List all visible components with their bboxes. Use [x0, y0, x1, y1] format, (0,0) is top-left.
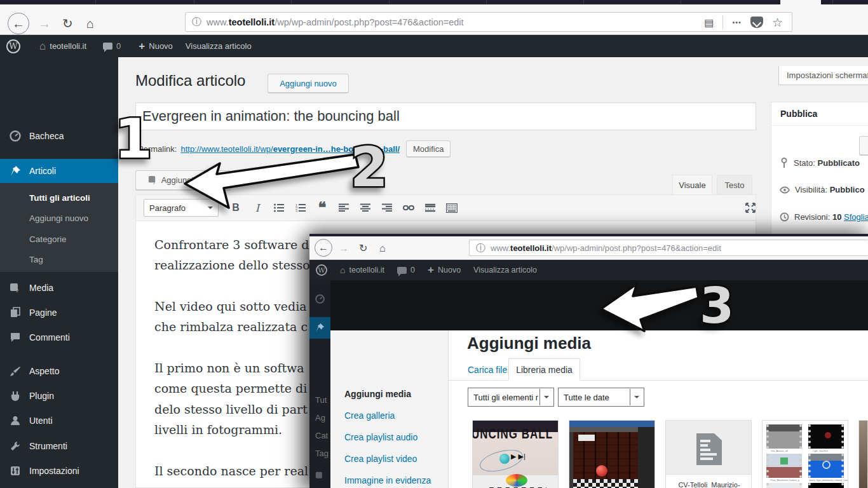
editor-text-line[interactable]: Il secondo nasce per real — [154, 464, 308, 478]
bullet-list-button[interactable] — [268, 199, 290, 217]
site-menu[interactable]: ⌂ teotelloli.it — [33, 35, 93, 57]
new-label: Nuovo — [149, 41, 173, 51]
menu-item-crea-galleria[interactable]: Crea galleria — [344, 410, 395, 421]
editor-text-line[interactable]: Confrontare 3 software di — [154, 238, 313, 252]
edit-permalink-button[interactable]: Modifica — [406, 140, 451, 157]
permalink-label: Permalink: — [138, 144, 177, 154]
url-text[interactable]: www.teotelloli.it/wp/wp-admin/post.php?p… — [207, 17, 464, 27]
visibility-label: Visibilità: — [795, 185, 827, 194]
forward-button[interactable]: → — [38, 17, 51, 30]
home-button[interactable]: ⌂ — [86, 17, 94, 30]
url-path: /wp/wp-admin/post.php?post=476&action=ed… — [552, 243, 721, 253]
align-center-button[interactable] — [355, 199, 376, 217]
pocket-icon[interactable] — [750, 17, 763, 28]
view-post-link[interactable]: Visualizza articolo — [467, 260, 543, 280]
menu-item-immagine-in-evidenza[interactable]: Immagine in evidenza — [344, 475, 431, 485]
media-item-3d-software-screenshot[interactable] — [569, 420, 655, 488]
overlay-reload-button[interactable]: ↻ — [359, 242, 367, 255]
film-caption: Pivot_Movimento Camera_p — [771, 478, 799, 482]
sidebar-item-plugin[interactable]: Plugin — [0, 384, 118, 408]
editor-text-line[interactable]: come questa permette di — [154, 381, 307, 395]
status-value: Pubblicato — [818, 158, 860, 168]
add-new-post-button[interactable]: Aggiungi nuovo — [268, 74, 349, 93]
media-type-filter-select[interactable]: Tutti gli elementi me — [468, 388, 554, 407]
active-browser-tab[interactable] — [780, 0, 821, 4]
editor-text-line[interactable]: Il primo non è un softwa — [154, 361, 304, 375]
post-title-input[interactable]: Evergreen in animation: the bouncing bal… — [135, 102, 756, 130]
editor-text-line[interactable]: livelli in fotogrammi. — [154, 423, 282, 437]
publish-panel-title: Pubblica — [771, 102, 868, 126]
tab-visuale[interactable]: Visuale — [672, 175, 712, 194]
browser-tab-strip[interactable] — [0, 0, 868, 4]
url-bar[interactable]: ⓘ www.teotelloli.it/wp/wp-admin/post.php… — [185, 12, 792, 32]
italic-button[interactable]: I — [247, 199, 268, 217]
sidebar-item-aspetto[interactable]: Aspetto — [0, 359, 118, 383]
fullscreen-button[interactable] — [740, 199, 761, 217]
tab-libreria-media[interactable]: Libreria media — [508, 358, 580, 381]
sidebar-item-tag[interactable]: Tag — [29, 255, 43, 264]
add-media-button[interactable]: ♪ Aggiungi media — [135, 170, 231, 190]
editor-text-line[interactable]: Nel video qui sotto vedia — [154, 299, 307, 313]
sidebar-item-strumenti[interactable]: Strumenti — [0, 434, 118, 458]
new-content-menu[interactable]: + Nuovo — [421, 260, 467, 280]
paragraph-format-select[interactable]: Paragrafo — [144, 199, 219, 217]
overlay-forward-button[interactable]: → — [339, 242, 349, 255]
site-info-icon[interactable]: ⓘ — [192, 16, 201, 28]
sidebar-item-aggiungi-nuovo[interactable]: Aggiungi nuovo — [29, 214, 88, 223]
media-item-pdf-document[interactable]: CV-Telloli_Maurizio- 2018.pdf — [665, 420, 752, 488]
comments-menu[interactable]: 0 — [97, 35, 127, 57]
overlay-home-button[interactable]: ⌂ — [379, 242, 386, 255]
preview-button-stub[interactable] — [859, 136, 868, 155]
post-title-value: Evergreen in animation: the bouncing bal… — [142, 108, 400, 125]
new-content-menu[interactable]: + Nuovo — [132, 35, 179, 57]
back-button[interactable]: ← — [8, 13, 29, 34]
align-left-button[interactable] — [333, 199, 355, 217]
sidebar-item-articoli[interactable]: Articoli — [0, 159, 118, 183]
sidebar-item-pagine[interactable]: Pagine — [0, 301, 118, 325]
editor-text-line[interactable]: delo stesso livello di part — [154, 402, 308, 416]
sidebar-item-categorie[interactable]: Categorie — [29, 234, 67, 244]
menu-item-aggiungi-media[interactable]: Aggiungi media — [344, 389, 411, 399]
reader-mode-icon[interactable]: ▤ — [704, 17, 714, 29]
sidebar-label: Utenti — [29, 416, 53, 426]
tab-testo[interactable]: Testo — [717, 175, 752, 194]
new-label: Nuovo — [438, 266, 461, 274]
sidebar-item-bacheca[interactable]: Bacheca — [0, 124, 118, 148]
overlay-back-button[interactable]: ← — [315, 239, 332, 257]
comments-menu[interactable]: 0 — [391, 260, 421, 280]
browse-revisions-link[interactable]: Sfoglia — [844, 212, 868, 222]
view-post-link[interactable]: Visualizza articolo — [179, 35, 258, 57]
tab-carica-file[interactable]: Carica file — [468, 365, 507, 375]
media-item-video-contact-sheet[interactable]: Into_Animaz_rid Light_IntroTest Pivot_Mo… — [762, 420, 848, 488]
read-more-tag-button[interactable] — [419, 199, 441, 217]
sidebar-item-utenti[interactable]: Utenti — [0, 409, 118, 433]
menu-item-crea-playlist-video[interactable]: Crea playlist video — [344, 454, 417, 464]
blockquote-button[interactable]: ❝ — [311, 199, 333, 217]
align-right-button[interactable] — [376, 199, 398, 217]
reload-button[interactable]: ↻ — [62, 17, 73, 30]
sidebar-item-impostazioni[interactable]: Impostazioni — [0, 459, 118, 483]
numbered-list-button[interactable]: 123 — [290, 199, 311, 217]
editor-text-line[interactable]: che rimbalza realizzata c — [154, 320, 308, 334]
screen-options-tab[interactable]: Impostazioni schermata — [778, 66, 868, 85]
media-item-bouncing-ball-collage[interactable]: UNCING BALL ▶ ▶| — [472, 420, 559, 488]
bold-button[interactable]: B — [225, 199, 247, 217]
permalink-link[interactable]: http://www.teotelloli.it/wp/evergreen-in… — [180, 144, 400, 154]
date-filter-select[interactable]: Tutte le date — [558, 388, 644, 407]
toolbar-toggle-button[interactable] — [441, 199, 463, 217]
site-menu[interactable]: ⌂ teotelloli.it — [334, 260, 391, 280]
overlay-url-bar[interactable]: ⓘ www.teotelloli.it/wp/wp-admin/post.php… — [469, 240, 868, 256]
wp-logo-menu[interactable]: W — [0, 35, 27, 57]
page-actions-icon[interactable]: ••• — [732, 18, 742, 26]
sidebar-item-tutti-gli-articoli[interactable]: Tutti gli articoli — [29, 193, 90, 203]
wp-logo-menu[interactable]: W — [309, 260, 334, 280]
media-item-partial[interactable] — [858, 420, 868, 488]
link-button[interactable] — [398, 199, 419, 217]
menu-item-crea-playlist-audio[interactable]: Crea playlist audio — [344, 432, 417, 442]
sidebar-item-commenti[interactable]: Commenti — [0, 325, 118, 349]
bookmark-star-icon[interactable]: ☆ — [772, 15, 783, 30]
editor-text-line[interactable]: realizzazione dello stesso — [154, 258, 310, 272]
pdf-filename: CV-Telloli_Maurizio- — [666, 480, 752, 488]
dimmed-submenu-label: Tut — [315, 395, 327, 405]
sidebar-item-media[interactable]: ♪ Media — [0, 276, 118, 300]
